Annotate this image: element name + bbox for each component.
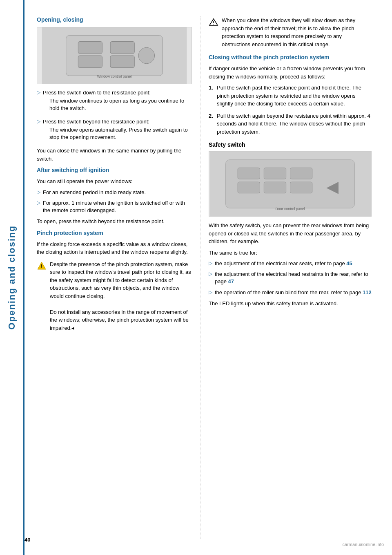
left-column: Opening, closing Window control panel ▷ xyxy=(37,16,192,539)
bullet-rear-seats-text: the adjustment of the electrical rear se… xyxy=(215,260,352,267)
svg-text:!: ! xyxy=(41,264,42,269)
svg-rect-18 xyxy=(238,182,260,193)
bullet-head-restraints-text: the adjustment of the electrical head re… xyxy=(215,271,372,285)
warning-triangle-icon: ! xyxy=(37,261,47,271)
heading-after-switching: After switching off ignition xyxy=(37,167,192,173)
closing-note-box: When you close the windows they will slo… xyxy=(209,16,372,48)
step-1-text: Pull the switch past the resistance poin… xyxy=(217,84,372,108)
arrow-icon-6: ▷ xyxy=(209,271,212,277)
safety-switch-image: Door control panel xyxy=(209,151,372,217)
closing-note-text: When you close the windows they will slo… xyxy=(222,16,372,48)
bullet-roller-blind-text: the operation of the roller sun blind fr… xyxy=(215,289,372,296)
svg-rect-4 xyxy=(110,42,134,54)
svg-rect-20 xyxy=(290,182,312,193)
safety-switch-body1: With the safety switch, you can prevent … xyxy=(209,222,372,246)
pinch-body1: If the closing force exceeds a specific … xyxy=(37,240,192,256)
main-content: Opening, closing Window control panel ▷ xyxy=(24,0,392,555)
closing-steps-list: 1. Pull the switch past the resistance p… xyxy=(209,84,372,136)
sub-text-2: The window opens automatically. Press th… xyxy=(49,126,192,141)
bullet-text-3: For an extended period in radio ready st… xyxy=(43,189,146,196)
switching-body2: To open, press the switch beyond the res… xyxy=(37,217,192,226)
step-1: 1. Pull the switch past the resistance p… xyxy=(209,84,372,108)
note-triangle-icon xyxy=(209,17,218,27)
svg-text:Window control panel: Window control panel xyxy=(97,74,132,78)
step-1-num: 1. xyxy=(209,84,217,92)
warning-text: Despite the presence of the pinch protec… xyxy=(50,260,192,332)
step-2: 2. Pull the switch again beyond the resi… xyxy=(209,112,372,136)
closing-without-body1: If danger outside the vehicle or a froze… xyxy=(209,65,372,81)
bullet-approx-1min: ▷ For approx. 1 minute when the ignition… xyxy=(37,199,192,214)
bullet-press-down: ▷ Press the switch down to the resistanc… xyxy=(37,89,192,115)
svg-rect-17 xyxy=(290,168,312,179)
svg-text:Door control panel: Door control panel xyxy=(275,207,305,211)
heading-opening-closing: Opening, closing xyxy=(37,16,192,23)
bullet-press-beyond: ▷ Press the switch beyond the resistance… xyxy=(37,118,192,144)
sub-text-1: The window continues to open as long as … xyxy=(49,97,192,112)
safety-switch-body2: The same is true for: xyxy=(209,249,372,257)
svg-rect-19 xyxy=(264,182,286,193)
bullet-roller-blind: ▷ the operation of the roller sun blind … xyxy=(209,289,372,296)
svg-rect-16 xyxy=(264,168,286,179)
watermark-text: carmanualonline.info xyxy=(342,542,384,547)
sidebar-label: Opening and closing xyxy=(7,225,17,330)
link-page-112: 112 xyxy=(363,289,372,295)
page-number: 40 xyxy=(24,537,30,543)
bullet-text-1: Press the switch down to the resistance … xyxy=(43,90,151,96)
switching-body1: You can still operate the power windows: xyxy=(37,177,192,186)
arrow-icon-7: ▷ xyxy=(209,289,212,295)
arrow-icon-1: ▷ xyxy=(37,90,40,95)
bullet-text-2: Press the switch beyond the resistance p… xyxy=(43,119,149,125)
link-page-47: 47 xyxy=(228,278,234,284)
bullet-head-restraints: ▷ the adjustment of the electrical head … xyxy=(209,271,372,285)
right-column: When you close the windows they will slo… xyxy=(200,16,372,539)
sidebar: Opening and closing xyxy=(0,0,24,555)
warning-box: ! Despite the presence of the pinch prot… xyxy=(37,260,192,332)
arrow-icon-3: ▷ xyxy=(37,189,40,195)
step-2-num: 2. xyxy=(209,112,217,120)
heading-pinch-protection: Pinch protection system xyxy=(37,230,192,236)
svg-rect-6 xyxy=(138,47,154,63)
svg-point-12 xyxy=(213,24,214,25)
heading-safety-switch: Safety switch xyxy=(209,141,372,148)
closing-body-text: You can close the windows in the same ma… xyxy=(37,147,192,163)
svg-rect-3 xyxy=(78,56,102,68)
arrow-icon-4: ▷ xyxy=(37,200,40,206)
link-page-45: 45 xyxy=(346,260,352,266)
heading-closing-without: Closing without the pinch protection sys… xyxy=(209,54,372,60)
window-switch-image: Window control panel xyxy=(37,27,192,84)
svg-rect-2 xyxy=(78,42,102,54)
bullet-rear-seats: ▷ the adjustment of the electrical rear … xyxy=(209,260,372,267)
bullet-radio-ready: ▷ For an extended period in radio ready … xyxy=(37,189,192,196)
arrow-icon-2: ▷ xyxy=(37,119,40,124)
step-2-text: Pull the switch again beyond the resista… xyxy=(217,112,372,136)
arrow-icon-5: ▷ xyxy=(209,260,212,266)
svg-rect-15 xyxy=(238,168,260,179)
svg-rect-5 xyxy=(110,56,134,68)
page-container: Opening and closing Opening, closing Win… xyxy=(0,0,392,555)
bullet-text-4: For approx. 1 minute when the ignition i… xyxy=(43,199,192,214)
safety-switch-body3: The LED lights up when this safety featu… xyxy=(209,300,372,308)
